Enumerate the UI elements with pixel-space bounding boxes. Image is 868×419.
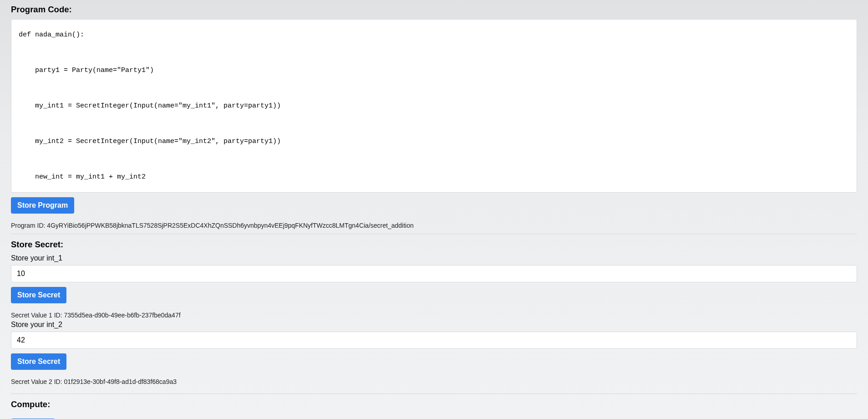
store-program-button[interactable]: Store Program: [11, 197, 74, 214]
int1-input[interactable]: [11, 265, 857, 282]
int2-label: Store your int_2: [11, 321, 857, 329]
section-divider: [11, 234, 857, 234]
section-divider: [11, 393, 857, 394]
compute-heading: Compute:: [11, 399, 857, 409]
secret1-id-display: Secret Value 1 ID: 7355d5ea-d90b-49ee-b6…: [11, 312, 857, 319]
secret2-id-display: Secret Value 2 ID: 01f2913e-30bf-49f8-ad…: [11, 378, 857, 385]
program-id-value: 4GyRYiBio56jPPWKB58jbknaTLS7528SjPR2S5Ex…: [47, 222, 413, 229]
program-id-label: Program ID:: [11, 222, 47, 229]
int1-label: Store your int_1: [11, 254, 857, 262]
store-secret-int1-button[interactable]: Store Secret: [11, 287, 66, 303]
program-code-box: def nada_main(): party1 = Party(name="Pa…: [11, 19, 857, 193]
secret2-id-value: 01f2913e-30bf-49f8-ad1d-df83f68ca9a3: [64, 378, 177, 385]
int2-input[interactable]: [11, 332, 857, 349]
store-secret-heading: Store Secret:: [11, 240, 857, 250]
program-code-heading: Program Code:: [11, 5, 857, 15]
store-secret-int2-button[interactable]: Store Secret: [11, 353, 66, 370]
program-id-display: Program ID: 4GyRYiBio56jPPWKB58jbknaTLS7…: [11, 222, 857, 229]
secret2-id-label: Secret Value 2 ID:: [11, 378, 64, 385]
secret1-id-label: Secret Value 1 ID:: [11, 312, 64, 319]
secret1-id-value: 7355d5ea-d90b-49ee-b6fb-237fbe0da47f: [64, 312, 180, 319]
